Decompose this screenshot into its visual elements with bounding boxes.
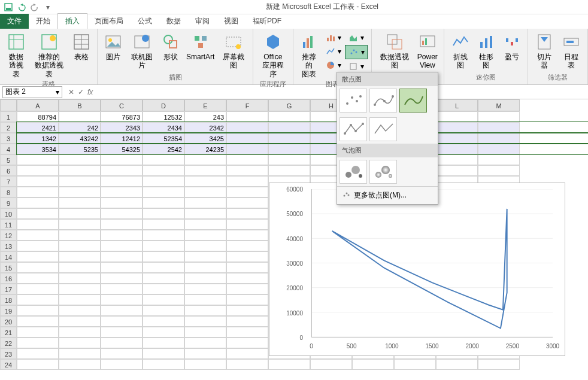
row-header[interactable]: 17	[0, 284, 17, 294]
cell[interactable]	[226, 273, 268, 284]
row-header[interactable]: 20	[0, 316, 17, 327]
cell[interactable]	[59, 294, 101, 305]
cell[interactable]	[226, 251, 268, 262]
cell[interactable]	[436, 111, 478, 122]
tab-layout[interactable]: 页面布局	[87, 14, 131, 29]
cell[interactable]	[436, 359, 478, 370]
cell[interactable]	[184, 348, 226, 359]
tab-home[interactable]: 开始	[29, 14, 57, 29]
cell[interactable]	[184, 284, 226, 294]
more-scatter-option[interactable]: 更多散点图(M)...	[337, 186, 438, 204]
cell[interactable]	[17, 241, 59, 251]
cell[interactable]	[59, 262, 101, 273]
cell[interactable]	[101, 230, 143, 241]
bubble-2d-option[interactable]	[340, 160, 367, 184]
row-header[interactable]: 10	[0, 208, 17, 219]
row-header[interactable]: 15	[0, 262, 17, 273]
cell[interactable]	[143, 208, 184, 219]
cell[interactable]	[268, 111, 310, 122]
cell[interactable]	[59, 197, 101, 208]
cell[interactable]	[478, 144, 520, 154]
sparkline-col-button[interactable]: 柱形图	[474, 31, 499, 71]
cell[interactable]	[184, 338, 226, 348]
cell[interactable]: 3534	[17, 144, 59, 154]
cell[interactable]	[143, 230, 184, 241]
tab-review[interactable]: 审阅	[188, 14, 217, 29]
row-header[interactable]: 19	[0, 305, 17, 316]
cell[interactable]	[226, 165, 268, 176]
cell[interactable]: 52354	[143, 133, 184, 144]
cell[interactable]	[101, 262, 143, 273]
scatter-markers-option[interactable]	[340, 89, 367, 113]
scatter-smooth-markers-option[interactable]	[369, 89, 397, 113]
cell[interactable]	[226, 327, 268, 338]
rec-chart-button[interactable]: 推荐的 图表	[297, 31, 321, 80]
cell[interactable]: 12532	[143, 111, 184, 122]
cell[interactable]	[59, 230, 101, 241]
cell[interactable]	[17, 294, 59, 305]
cell[interactable]	[143, 338, 184, 348]
tab-view[interactable]: 视图	[217, 14, 245, 29]
cell[interactable]	[101, 219, 143, 230]
cell[interactable]	[101, 241, 143, 251]
cell[interactable]	[59, 187, 101, 197]
online-picture-button[interactable]: 联机图片	[126, 31, 157, 71]
cell[interactable]	[101, 251, 143, 262]
col-header[interactable]: L	[436, 99, 478, 111]
cell[interactable]	[59, 359, 101, 370]
cell[interactable]	[59, 316, 101, 327]
cell[interactable]	[17, 176, 59, 187]
cell[interactable]	[143, 187, 184, 197]
enter-icon[interactable]: ✓	[78, 88, 84, 96]
scatter-smooth-lines-option[interactable]	[399, 89, 427, 113]
row-header[interactable]: 5	[0, 154, 17, 165]
cell[interactable]	[143, 316, 184, 327]
cell[interactable]	[59, 251, 101, 262]
cell[interactable]	[226, 197, 268, 208]
cell[interactable]	[226, 144, 268, 154]
cell[interactable]	[17, 284, 59, 294]
cell[interactable]: 43242	[59, 133, 101, 144]
sparkline-winloss-button[interactable]: 盈亏	[500, 31, 524, 62]
cell[interactable]: 12412	[101, 133, 143, 144]
timeline-button[interactable]: 日程表	[559, 31, 584, 71]
cell[interactable]	[268, 133, 310, 144]
row-header[interactable]: 23	[0, 348, 17, 359]
cell[interactable]	[226, 187, 268, 197]
cell[interactable]: 88794	[17, 111, 59, 122]
rec-pivot-table-button[interactable]: 推荐的 数据透视表	[30, 31, 69, 80]
cell[interactable]	[101, 338, 143, 348]
cell[interactable]	[226, 294, 268, 305]
cell[interactable]	[436, 144, 478, 154]
row-header[interactable]: 3	[0, 133, 17, 144]
cell[interactable]	[226, 316, 268, 327]
row-header[interactable]: 24	[0, 359, 17, 370]
cell[interactable]	[143, 165, 184, 176]
cell[interactable]	[226, 230, 268, 241]
cell[interactable]	[101, 208, 143, 219]
cell[interactable]	[184, 262, 226, 273]
cell[interactable]	[143, 294, 184, 305]
row-header[interactable]: 6	[0, 165, 17, 176]
screenshot-button[interactable]: 屏幕截图	[218, 31, 248, 71]
select-all-corner[interactable]	[0, 99, 17, 111]
cell[interactable]	[143, 176, 184, 187]
cell[interactable]	[478, 165, 520, 176]
cell[interactable]	[226, 176, 268, 187]
cell[interactable]	[101, 348, 143, 359]
row-header[interactable]: 13	[0, 241, 17, 251]
cell[interactable]	[101, 284, 143, 294]
row-header[interactable]: 11	[0, 219, 17, 230]
cell[interactable]	[184, 273, 226, 284]
cell[interactable]	[226, 359, 268, 370]
cell[interactable]	[59, 176, 101, 187]
cell[interactable]	[59, 348, 101, 359]
line-chart-dd[interactable]: ▾	[322, 45, 344, 58]
cell[interactable]	[59, 327, 101, 338]
cell[interactable]	[184, 197, 226, 208]
cell[interactable]	[17, 338, 59, 348]
cell[interactable]	[184, 316, 226, 327]
other-chart-dd[interactable]: ▾	[345, 60, 368, 73]
qat-dropdown-icon[interactable]: ▾	[43, 2, 53, 12]
cell[interactable]	[184, 241, 226, 251]
